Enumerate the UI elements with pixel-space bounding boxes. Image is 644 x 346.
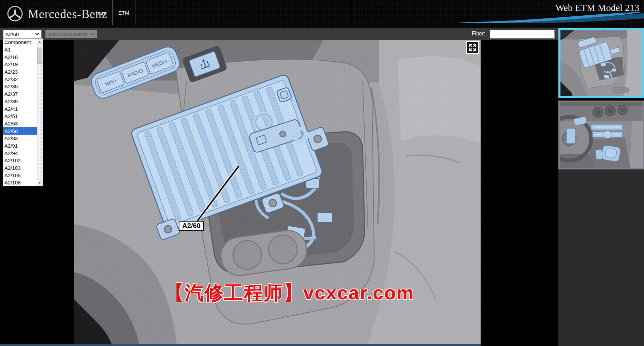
component-list-option[interactable]: A2/32 xyxy=(3,75,37,83)
component-list-option[interactable]: A2/41 xyxy=(3,105,37,112)
component-list-items: ComponentA1A2/18A2/19A2/23A2/32A2/35A2/3… xyxy=(3,39,37,186)
component-list-option[interactable]: A2/91 xyxy=(3,142,37,150)
component-callout: A2/60 xyxy=(179,221,204,231)
mercedes-star-logo xyxy=(7,5,23,22)
component-list-option[interactable]: A2/51 xyxy=(3,112,37,120)
component-list-option[interactable]: Component xyxy=(3,39,37,46)
right-panel-background xyxy=(558,169,644,346)
component-list-option[interactable]: A2/60 xyxy=(3,127,37,135)
component-list-option[interactable]: A2/108 xyxy=(3,179,37,186)
component-list-option[interactable]: A2/105 xyxy=(3,171,37,179)
web-etm-app: Mercedes-Benz Intro ETM Web ETM Model 21… xyxy=(0,0,644,346)
tab-etm[interactable]: ETM xyxy=(113,0,135,25)
component-list-option[interactable]: A2/19 xyxy=(3,61,37,68)
component-dropdown-list: ComponentA1A2/18A2/19A2/23A2/32A2/35A2/3… xyxy=(3,38,43,186)
subcomponents-select-value: Sub-Components xyxy=(48,31,88,37)
component-list-option[interactable]: A2/102 xyxy=(3,157,37,164)
component-select[interactable]: A2/60 xyxy=(3,30,42,38)
subcomponents-select: Sub-Components xyxy=(45,30,97,38)
component-list-option[interactable]: A2/39 xyxy=(3,98,37,105)
component-list-option[interactable]: A2/103 xyxy=(3,164,37,172)
diagram-viewport[interactable]: NAVI RADIO MEDIA A2/60 【汽修工程师】vcxcar.com xyxy=(74,40,481,346)
chevron-down-icon xyxy=(35,33,39,35)
toolbar: A2/60 Sub-Components Filter: xyxy=(0,28,558,40)
scrollbar-thumb[interactable] xyxy=(37,48,42,64)
thumbnail-dashboard[interactable] xyxy=(558,101,644,169)
component-list-option[interactable]: A2/18 xyxy=(3,53,37,61)
filter-input[interactable] xyxy=(490,30,555,39)
thumbnail-center-console[interactable] xyxy=(558,28,644,98)
watermark-text: 【汽修工程师】vcxcar.com xyxy=(165,280,414,306)
fullscreen-icon[interactable] xyxy=(466,41,479,54)
scroll-up-button[interactable]: ▲ xyxy=(37,39,43,44)
tab-separator xyxy=(135,0,135,25)
header-bar: Mercedes-Benz Intro ETM Web ETM Model 21… xyxy=(0,0,644,28)
tab-separator xyxy=(112,0,113,25)
touchpad-controller xyxy=(601,145,620,162)
list-scrollbar[interactable]: ▲ ▼ xyxy=(37,39,43,186)
chevron-down-icon xyxy=(91,33,95,35)
nav-tabs: Intro ETM xyxy=(90,0,135,25)
filter-label: Filter: xyxy=(472,31,485,37)
component-list-option[interactable]: A1 xyxy=(3,46,37,54)
component-list-option[interactable]: A2/37 xyxy=(3,90,37,98)
bottom-accent-strip xyxy=(0,344,481,346)
component-list-option[interactable]: A2/94 xyxy=(3,149,37,157)
component-list-option[interactable]: A2/53 xyxy=(3,120,37,127)
component-list-option[interactable]: A2/35 xyxy=(3,83,37,90)
scroll-down-button[interactable]: ▼ xyxy=(37,180,43,186)
component-list-option[interactable]: A2/83 xyxy=(3,135,37,142)
title-swoosh-graphic xyxy=(453,10,644,24)
component-list-option[interactable]: A2/23 xyxy=(3,68,37,76)
tab-intro[interactable]: Intro xyxy=(90,0,112,25)
component-select-value: A2/60 xyxy=(5,31,19,37)
